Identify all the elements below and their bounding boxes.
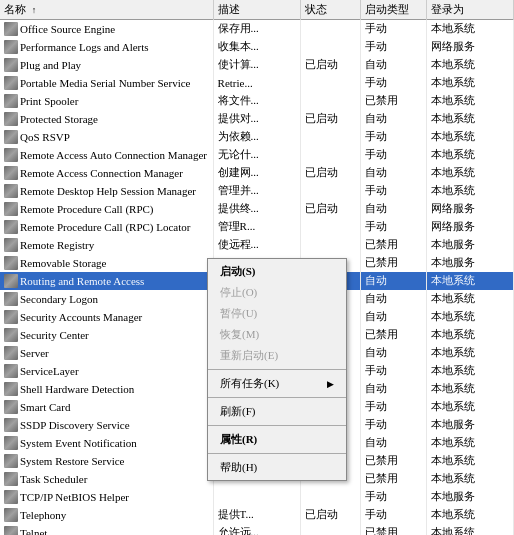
row-name-cell: SSDP Discovery Service (0, 416, 213, 434)
context-menu-item-stop: 停止(O) (208, 282, 346, 303)
context-menu-item-properties[interactable]: 属性(R) (208, 429, 346, 450)
row-desc-cell: 创建网... (213, 164, 300, 182)
row-login-cell: 本地系统 (426, 56, 513, 74)
row-desc-cell (213, 488, 300, 506)
row-startup-cell: 自动 (361, 110, 427, 128)
table-row[interactable]: QoS RSVP为依赖...手动本地系统 (0, 128, 514, 146)
service-icon (4, 40, 18, 54)
service-icon (4, 346, 18, 360)
service-icon (4, 274, 18, 288)
row-login-cell: 本地系统 (426, 362, 513, 380)
service-icon (4, 130, 18, 144)
row-desc-cell: 无论什... (213, 146, 300, 164)
table-row[interactable]: Performance Logs and Alerts收集本...手动网络服务 (0, 38, 514, 56)
table-row[interactable]: Remote Desktop Help Session Manager管理并..… (0, 182, 514, 200)
row-name-cell: Task Scheduler (0, 470, 213, 488)
row-name-cell: Remote Procedure Call (RPC) (0, 200, 213, 218)
row-startup-cell: 手动 (361, 38, 427, 56)
table-row[interactable]: Remote Access Connection Manager创建网...已启… (0, 164, 514, 182)
table-row[interactable]: Remote Registry使远程...已禁用本地服务 (0, 236, 514, 254)
row-login-cell: 本地系统 (426, 110, 513, 128)
context-menu-item-all-tasks[interactable]: 所有任务(K)▶ (208, 373, 346, 394)
col-login-header[interactable]: 登录为 (426, 0, 513, 20)
service-icon (4, 472, 18, 486)
service-icon (4, 364, 18, 378)
service-icon (4, 526, 18, 536)
row-login-cell: 本地系统 (426, 290, 513, 308)
service-name: System Restore Service (20, 455, 124, 467)
table-row[interactable]: Portable Media Serial Number ServiceRetr… (0, 74, 514, 92)
service-name: Office Source Engine (20, 23, 115, 35)
table-row[interactable]: Plug and Play使计算...已启动自动本地系统 (0, 56, 514, 74)
service-name: QoS RSVP (20, 131, 70, 143)
row-startup-cell: 自动 (361, 308, 427, 326)
table-row[interactable]: Remote Procedure Call (RPC)提供终...已启动自动网络… (0, 200, 514, 218)
service-icon (4, 490, 18, 504)
table-header: 名称 ↑ 描述 状态 启动类型 登录为 (0, 0, 514, 20)
row-startup-cell: 已禁用 (361, 470, 427, 488)
row-desc-cell: 管理R... (213, 218, 300, 236)
row-desc-cell: 使计算... (213, 56, 300, 74)
row-login-cell: 本地系统 (426, 92, 513, 110)
table-row[interactable]: Telnet允许远...已禁用本地系统 (0, 524, 514, 536)
row-name-cell: TCP/IP NetBIOS Helper (0, 488, 213, 506)
row-startup-cell: 已禁用 (361, 326, 427, 344)
row-login-cell: 本地系统 (426, 146, 513, 164)
service-icon (4, 292, 18, 306)
row-desc-cell: 提供对... (213, 110, 300, 128)
row-startup-cell: 手动 (361, 182, 427, 200)
table-row[interactable]: Remote Access Auto Connection Manager无论什… (0, 146, 514, 164)
row-name-cell: Remote Procedure Call (RPC) Locator (0, 218, 213, 236)
row-status-cell (300, 146, 360, 164)
row-name-cell: Secondary Logon (0, 290, 213, 308)
table-row[interactable]: Remote Procedure Call (RPC) Locator管理R..… (0, 218, 514, 236)
row-status-cell (300, 236, 360, 254)
service-name: Remote Desktop Help Session Manager (20, 185, 196, 197)
row-desc-cell: 管理并... (213, 182, 300, 200)
table-row[interactable]: Telephony提供T...已启动手动本地系统 (0, 506, 514, 524)
row-login-cell: 网络服务 (426, 218, 513, 236)
service-icon (4, 94, 18, 108)
row-name-cell: QoS RSVP (0, 128, 213, 146)
service-name: Routing and Remote Access (20, 275, 144, 287)
context-menu-item-refresh[interactable]: 刷新(F) (208, 401, 346, 422)
table-row[interactable]: TCP/IP NetBIOS Helper手动本地服务 (0, 488, 514, 506)
row-name-cell: Shell Hardware Detection (0, 380, 213, 398)
row-desc-cell: 为依赖... (213, 128, 300, 146)
row-name-cell: Telnet (0, 524, 213, 536)
row-login-cell: 本地服务 (426, 236, 513, 254)
context-menu-item-help[interactable]: 帮助(H) (208, 457, 346, 478)
table-row[interactable]: Print Spooler将文件...已禁用本地系统 (0, 92, 514, 110)
row-startup-cell: 手动 (361, 398, 427, 416)
row-login-cell: 网络服务 (426, 200, 513, 218)
service-name: Removable Storage (20, 257, 106, 269)
service-name: Secondary Logon (20, 293, 98, 305)
row-name-cell: ServiceLayer (0, 362, 213, 380)
row-login-cell: 本地系统 (426, 344, 513, 362)
table-row[interactable]: Protected Storage提供对...已启动自动本地系统 (0, 110, 514, 128)
col-name-header[interactable]: 名称 ↑ (0, 0, 213, 20)
col-status-header[interactable]: 状态 (300, 0, 360, 20)
row-name-cell: Portable Media Serial Number Service (0, 74, 213, 92)
row-login-cell: 本地系统 (426, 398, 513, 416)
service-icon (4, 418, 18, 432)
context-menu: 启动(S)停止(O)暂停(U)恢复(M)重新启动(E)所有任务(K)▶刷新(F)… (207, 258, 347, 481)
service-name: Remote Procedure Call (RPC) (20, 203, 154, 215)
row-login-cell: 本地系统 (426, 128, 513, 146)
row-desc-cell: 保存用... (213, 20, 300, 38)
row-name-cell: Server (0, 344, 213, 362)
row-startup-cell: 手动 (361, 506, 427, 524)
col-startup-header[interactable]: 启动类型 (361, 0, 427, 20)
service-name: Remote Access Connection Manager (20, 167, 183, 179)
col-desc-header[interactable]: 描述 (213, 0, 300, 20)
service-name: Server (20, 347, 49, 359)
row-status-cell (300, 128, 360, 146)
row-name-cell: Office Source Engine (0, 20, 213, 38)
ctx-item-label: 所有任务(K) (220, 376, 279, 391)
service-name: Remote Registry (20, 239, 94, 251)
row-startup-cell: 手动 (361, 362, 427, 380)
service-icon (4, 202, 18, 216)
context-menu-item-start[interactable]: 启动(S) (208, 261, 346, 282)
table-row[interactable]: Office Source Engine保存用...手动本地系统 (0, 20, 514, 38)
row-startup-cell: 已禁用 (361, 92, 427, 110)
